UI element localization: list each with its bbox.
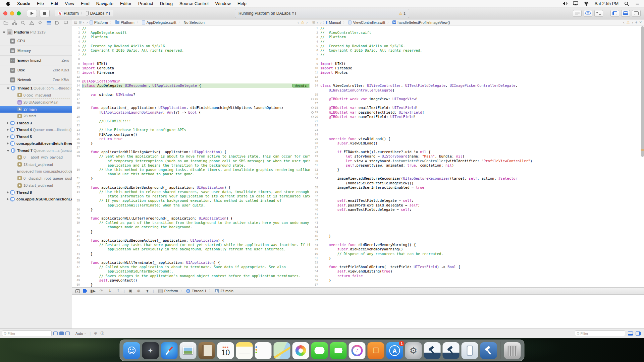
code-line[interactable]: 5// Created by Dowland Aiello on 9/6/16. xyxy=(310,44,644,48)
code-line[interactable]: of temporary interruptions (such as an i… xyxy=(72,159,310,163)
code-line[interactable]: 15 xyxy=(310,93,644,97)
console-filter-input[interactable]: ⊙ Filter xyxy=(575,330,625,336)
code-line[interactable]: applicationWillTerminate: when the user … xyxy=(72,203,310,207)
variables-scope-popup[interactable]: Auto ⌄ xyxy=(75,331,86,336)
code-line[interactable]: 39 // Called as part of the transition f… xyxy=(72,221,310,225)
gauge-row-network[interactable]: ◍NetworkZero KB/s xyxy=(0,75,72,85)
code-line[interactable]: 21 //CUSTOMIZE!!!! xyxy=(72,119,310,123)
tab-overview-icon[interactable]: ⊞ xyxy=(78,20,81,24)
code-line[interactable]: 5// Created by Dowland Aiello on 9/6/16. xyxy=(72,44,310,48)
code-line[interactable]: 20 @IBOutlet var nameTextField: UITextFi… xyxy=(310,115,644,119)
code-line[interactable]: 27 xyxy=(72,145,310,150)
find-navigator-tab[interactable] xyxy=(20,20,25,25)
outlet-connector-icon[interactable] xyxy=(311,98,314,100)
code-line[interactable]: 44 xyxy=(310,225,644,229)
run-button[interactable] xyxy=(27,10,37,17)
forward-button[interactable]: › xyxy=(320,20,322,25)
airplay-icon[interactable] xyxy=(573,1,578,6)
forward-button[interactable]: › xyxy=(86,20,88,25)
outlet-connector-icon[interactable] xyxy=(311,116,314,118)
symbol-navigator-tab[interactable] xyxy=(12,20,17,25)
code-line[interactable]: 18 @IBOutlet var emailTextField: UITextF… xyxy=(310,106,644,110)
breadcrumb-item[interactable]: Platform xyxy=(90,20,108,24)
info-icon[interactable]: ⓘ xyxy=(100,331,104,336)
filter-view-mode-icon-1[interactable] xyxy=(53,331,58,335)
dock-calendar[interactable]: SEP10 xyxy=(217,342,234,359)
code-line[interactable]: 34 // Use this method to release shared … xyxy=(72,190,310,194)
dock-reminders[interactable] xyxy=(255,342,272,359)
code-line[interactable]: 24 FIRApp.configure() xyxy=(72,132,310,137)
breadcrumb-item[interactable]: Manual xyxy=(323,20,341,24)
dock-xcode-2[interactable] xyxy=(443,342,460,359)
toggle-debug-area-button[interactable] xyxy=(621,10,630,17)
code-line[interactable]: 22 xyxy=(310,123,644,128)
disclosure-triangle[interactable] xyxy=(7,122,9,124)
code-line[interactable]: 17 xyxy=(310,101,644,106)
assistant-editor-button[interactable] xyxy=(584,10,592,17)
menu-navigate[interactable]: Navigate xyxy=(93,0,117,7)
step-over-button[interactable]: ↷ xyxy=(99,289,104,293)
code-line[interactable]: 35 // If your application supports backg… xyxy=(72,198,310,203)
project-navigator-tab[interactable] xyxy=(3,20,8,25)
breadcrumb-item[interactable]: MhandleSelectProfileImageView() xyxy=(392,20,450,24)
code-line[interactable]: 31 } xyxy=(72,176,310,181)
code-line[interactable]: 56 } xyxy=(310,278,644,283)
dock-photos[interactable] xyxy=(292,342,309,359)
code-line[interactable]: 49 super.didReceiveMemoryWarning() xyxy=(310,247,644,251)
menu-debug[interactable]: Debug xyxy=(157,0,176,7)
code-line[interactable]: 13@UIApplicationMain xyxy=(72,79,310,83)
code-line[interactable]: 43 xyxy=(310,221,644,225)
code-line[interactable]: 42 func applicationDidBecomeActive(_ app… xyxy=(72,238,310,243)
code-line[interactable]: 48 override func didReceiveMemoryWarning… xyxy=(310,243,644,247)
code-line[interactable]: 6// Copyright © 2016 Da/io. All rights r… xyxy=(72,48,310,53)
gauge-row-energy[interactable]: ▭Energy ImpactZero xyxy=(0,56,72,65)
menu-editor[interactable]: Editor xyxy=(117,0,135,7)
volume-icon[interactable] xyxy=(562,1,568,6)
code-line[interactable]: 12 xyxy=(72,75,310,79)
dock-itunes[interactable]: ♪ xyxy=(349,342,366,359)
disclosure-triangle[interactable] xyxy=(7,191,9,194)
back-button[interactable]: ‹ xyxy=(316,20,318,25)
code-line[interactable]: 16 @IBOutlet weak var imageView: UIImage… xyxy=(310,97,644,101)
code-line[interactable]: 41 xyxy=(72,234,310,238)
code-line[interactable]: 50 // Dispose of any resources that can … xyxy=(310,252,644,256)
next-issue-button[interactable]: › xyxy=(632,20,634,25)
code-line[interactable]: 30 // Use this method to pause ongoing t… xyxy=(72,168,310,172)
code-line[interactable]: 55 return false xyxy=(310,274,644,278)
code-line[interactable]: 53 func textFieldShouldReturn(_ textFiel… xyxy=(310,265,644,269)
code-line[interactable]: should use this method to pause the game… xyxy=(72,172,310,176)
code-line[interactable]: 2// ViewController.swift xyxy=(310,31,644,35)
code-line[interactable]: (handleSelectProfileImageView))) xyxy=(310,181,644,185)
code-line[interactable]: 11import Photos xyxy=(310,70,644,75)
stack-frame-row[interactable]: ✱0 _dispatch_root_queue_push_ove... xyxy=(0,175,72,182)
disclosure-triangle[interactable] xyxy=(7,142,9,145)
code-line[interactable]: 12 xyxy=(310,75,644,79)
stack-frame-row[interactable]: ♟27 main xyxy=(0,106,72,113)
code-line[interactable]: 38 self.emailTextField.delegate = self; xyxy=(310,198,644,203)
gauge-row-disk[interactable]: ◎DiskZero KB/s xyxy=(0,65,72,75)
debug-crumb-frame[interactable]: 27 main xyxy=(220,289,233,293)
code-line[interactable]: 28 func applicationWillResignActive(_ ap… xyxy=(72,150,310,154)
toggle-navigator-button[interactable] xyxy=(610,10,619,17)
code-line[interactable]: 14class AppDelegate: UIResponder, UIAppl… xyxy=(72,83,310,88)
code-line[interactable]: 22 xyxy=(72,123,310,128)
version-editor-button[interactable] xyxy=(594,10,603,17)
code-line[interactable]: 15 xyxy=(72,88,310,93)
navigator-filter-input[interactable]: ⊙ Filter xyxy=(2,330,52,336)
code-line[interactable]: 19 func application(_ application: UIApp… xyxy=(72,106,310,110)
dock-trash[interactable] xyxy=(504,342,521,359)
dock-variables-view-button[interactable] xyxy=(628,331,633,336)
code-line[interactable]: 32 } xyxy=(310,168,644,172)
code-line[interactable]: 50 } xyxy=(72,283,310,287)
view-debugger-button[interactable]: ▣ xyxy=(128,289,133,293)
test-navigator-tab[interactable] xyxy=(38,20,43,25)
code-line[interactable]: 46 func applicationWillTerminate(_ appli… xyxy=(72,260,310,265)
dock-console-view-button[interactable] xyxy=(636,331,641,336)
appdelegate-source-code[interactable]: 1//2// AppDelegate.swift3// Platform4//5… xyxy=(72,25,310,287)
code-line[interactable]: 57 xyxy=(310,283,644,287)
code-line[interactable]: 32 xyxy=(72,181,310,185)
minimize-window-button[interactable] xyxy=(10,11,14,15)
code-line[interactable]: 43 // Restart any tasks that were paused… xyxy=(72,243,310,247)
code-line[interactable]: 3// Platform xyxy=(72,35,310,39)
breadcrumb-item[interactable]: Platform xyxy=(115,20,135,24)
